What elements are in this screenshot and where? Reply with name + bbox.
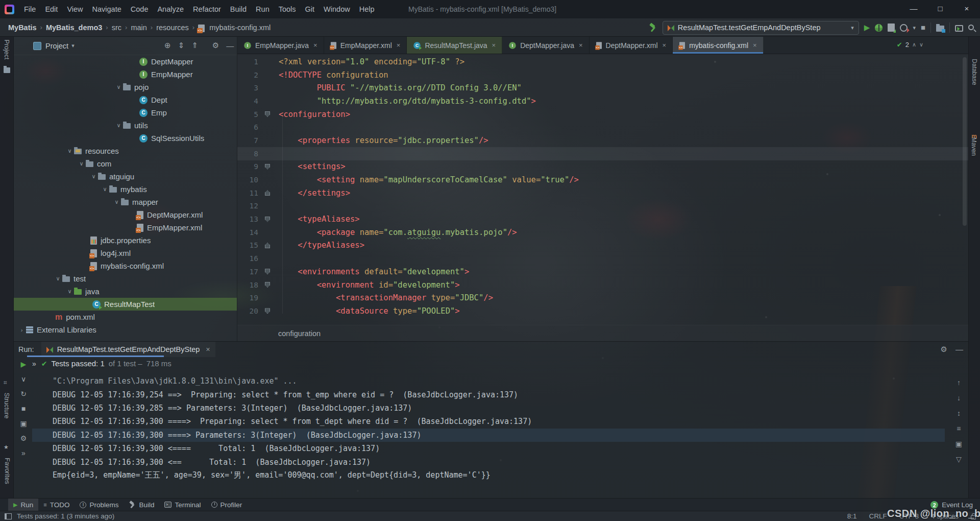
chevron-down-icon[interactable]: ∨ <box>21 375 26 383</box>
tab-deptmapper-java[interactable]: I DeptMapper.java × <box>502 37 589 54</box>
rerun-button[interactable]: ▶ <box>21 360 27 368</box>
fold-icon[interactable] <box>265 282 270 288</box>
toolwindow-problems-button[interactable]: ! Problems <box>75 499 124 511</box>
breadcrumb-resources[interactable]: resources <box>154 23 191 32</box>
collapse-all-icon[interactable]: ⇑ <box>191 41 198 50</box>
toolwindow-database-button[interactable]: Database <box>968 51 980 76</box>
breadcrumb-main[interactable]: main <box>129 23 149 32</box>
close-icon[interactable]: × <box>579 41 583 49</box>
fold-icon[interactable] <box>265 164 270 170</box>
toolwindow-build-button[interactable]: Build <box>124 499 159 511</box>
more-icon[interactable]: » <box>21 449 26 457</box>
menu-file[interactable]: File <box>19 0 40 18</box>
fold-icon[interactable] <box>265 217 270 222</box>
minimize-window-button[interactable]: — <box>900 0 927 18</box>
toolwindow-maven-button[interactable]: m Maven <box>968 93 980 150</box>
chevron-right-icon[interactable]: › <box>17 327 26 333</box>
tree-row-utils[interactable]: ∨ utils <box>14 119 237 132</box>
rerun-failed-icon[interactable]: ↻ <box>20 390 27 398</box>
profiler-button[interactable] <box>900 24 908 32</box>
hide-panel-icon[interactable]: — <box>226 41 234 50</box>
menu-analyze[interactable]: Analyze <box>153 0 188 18</box>
close-window-button[interactable]: × <box>953 0 980 18</box>
soft-wrap-icon[interactable]: ≡ <box>957 424 961 433</box>
search-everywhere-icon[interactable] <box>968 25 974 30</box>
tree-row-mapper[interactable]: ∨ mapper <box>14 196 237 208</box>
tab-empmapper-java[interactable]: I EmpMapper.java × <box>237 37 324 54</box>
tree-row-dept[interactable]: C Dept <box>14 93 237 106</box>
chevron-down-icon[interactable]: ∨ <box>65 288 74 295</box>
tree-row-external-libraries[interactable]: › External Libraries <box>14 323 237 336</box>
toolwindow-toggle-icon[interactable] <box>5 513 12 519</box>
tree-row-mybatis[interactable]: ∨ mybatis <box>14 183 237 196</box>
chevron-down-icon[interactable]: ∨ <box>54 275 62 282</box>
tree-row-resultmaptest[interactable]: C ResultMapTest <box>14 298 237 311</box>
close-icon[interactable]: × <box>206 345 210 353</box>
line-separator[interactable]: CRLF <box>869 512 887 520</box>
tree-row-test[interactable]: ∨ test <box>14 272 237 285</box>
fold-icon[interactable] <box>265 308 270 314</box>
menu-build[interactable]: Build <box>226 0 251 18</box>
project-structure-icon[interactable] <box>936 26 944 32</box>
menu-help[interactable]: Help <box>355 0 379 18</box>
run-button[interactable]: ▶ <box>864 23 870 32</box>
profiler-dropdown-icon[interactable]: ▾ <box>913 25 916 31</box>
toolwindow-run-button[interactable]: ▶ Run <box>8 499 38 511</box>
fold-end-icon[interactable] <box>265 190 270 196</box>
sort-icon[interactable]: ↕ <box>957 409 961 417</box>
run-tab[interactable]: ResultMapTest.testGetEmpAndDeptByStep × <box>41 342 215 357</box>
chevron-down-icon[interactable]: ∨ <box>114 122 123 129</box>
editor-scrollbar[interactable] <box>963 57 967 226</box>
chevron-down-icon[interactable]: ∨ <box>89 173 98 180</box>
fold-icon[interactable] <box>265 111 270 117</box>
tree-row-emp[interactable]: C Emp <box>14 106 237 119</box>
breadcrumb-module[interactable]: MyBatis_demo3 <box>44 23 104 32</box>
menu-navigate[interactable]: Navigate <box>88 0 126 18</box>
chevron-down-icon[interactable]: ∨ <box>77 160 86 167</box>
tree-row-pojo[interactable]: ∨ pojo <box>14 81 237 93</box>
menu-edit[interactable]: Edit <box>40 0 62 18</box>
clear-console-icon[interactable]: ▽ <box>956 455 962 463</box>
expand-chevrons-icon[interactable]: » <box>32 360 36 368</box>
tab-mybatis-config-xml[interactable]: mybatis-config.xml × <box>673 37 764 54</box>
fold-icon[interactable] <box>265 269 270 274</box>
close-icon[interactable]: × <box>397 41 401 49</box>
menu-refactor[interactable]: Refactor <box>188 0 226 18</box>
run-configuration-select[interactable]: ResultMapTest.testGetEmpAndDeptByStep ▾ <box>663 21 859 35</box>
tree-row-mybatis-config-xml[interactable]: mybatis-config.xml <box>14 259 237 272</box>
tree-row-resources[interactable]: ∨ resources <box>14 145 237 157</box>
tab-deptmapper-xml[interactable]: DeptMapper.xml × <box>590 37 673 54</box>
toolwindow-favorites-button[interactable]: Favorites <box>0 443 14 475</box>
fold-end-icon[interactable] <box>265 243 270 248</box>
next-problem-icon[interactable]: ∨ <box>919 41 923 48</box>
prev-problem-icon[interactable]: ∧ <box>912 41 916 48</box>
toolwindow-project-button[interactable]: Project <box>0 6 14 73</box>
breadcrumb-src[interactable]: src <box>110 23 124 32</box>
print-icon[interactable]: ▣ <box>955 440 962 448</box>
toolwindow-todo-button[interactable]: ≡ TODO <box>38 499 75 511</box>
tree-row-atguigu[interactable]: ∨ atguigu <box>14 170 237 183</box>
tab-resultmaptest-java[interactable]: C ResultMapTest.java × <box>407 37 502 54</box>
stop-icon[interactable]: ■ <box>21 405 26 413</box>
close-icon[interactable]: × <box>492 41 496 49</box>
menu-git[interactable]: Git <box>301 0 320 18</box>
gear-icon[interactable]: ⚙ <box>941 345 947 354</box>
run-with-coverage-button[interactable] <box>888 23 895 32</box>
tree-row-jdbc-properties[interactable]: jdbc.properties <box>14 234 237 247</box>
tree-row-empmapper-xml[interactable]: EmpMapper.xml <box>14 221 237 234</box>
chevron-down-icon[interactable]: ∨ <box>114 84 123 90</box>
chevron-down-icon[interactable]: ∨ <box>65 148 74 154</box>
build-hammer-icon[interactable] <box>648 23 657 32</box>
tab-empmapper-xml[interactable]: EmpMapper.xml × <box>324 37 407 54</box>
debug-button[interactable] <box>875 24 883 32</box>
close-icon[interactable]: × <box>753 41 757 49</box>
toolwindow-terminal-button[interactable]: >_ Terminal <box>159 499 206 511</box>
hide-panel-icon[interactable]: — <box>955 345 963 354</box>
expand-all-icon[interactable]: ⇕ <box>178 41 185 50</box>
tree-row-deptmapper-xml[interactable]: DeptMapper.xml <box>14 208 237 221</box>
tree-row-empmapper[interactable]: I EmpMapper <box>14 68 237 81</box>
tree-row-deptmapper[interactable]: I DeptMapper <box>14 55 237 68</box>
menu-view[interactable]: View <box>62 0 87 18</box>
menu-tools[interactable]: Tools <box>274 0 301 18</box>
tree-row-pom-xml[interactable]: m pom.xml <box>14 311 237 323</box>
